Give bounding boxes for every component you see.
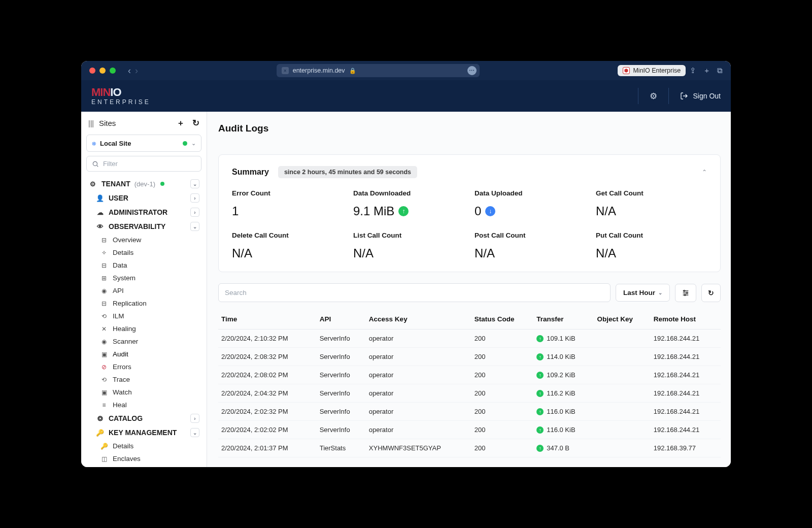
sidebar-item-enclaves[interactable]: ◫Enclaves <box>84 452 204 465</box>
metric-delete-call-count: Delete Call CountN/A <box>232 232 343 260</box>
search-icon <box>92 160 99 168</box>
upload-icon: ↑ <box>536 335 544 342</box>
collapse-icon[interactable]: ⌃ <box>702 169 707 176</box>
sidebar-item-watch[interactable]: ▣Watch <box>84 386 204 399</box>
catalog-icon: ❂ <box>95 415 105 422</box>
admin-section[interactable]: ☁ ADMINISTRATOR › <box>84 205 204 219</box>
chevron-down-icon[interactable]: ⌄ <box>190 428 199 437</box>
chevron-down-icon: ⌄ <box>658 290 662 295</box>
ilm-icon: ⟲ <box>99 313 109 320</box>
table-row[interactable]: 2/20/2024, 2:10:32 PMServerInfooperator2… <box>218 329 721 348</box>
page-title: Audit Logs <box>218 123 721 134</box>
table-row[interactable]: 2/20/2024, 2:08:32 PMServerInfooperator2… <box>218 348 721 366</box>
sidebar-item-scanner[interactable]: ◉Scanner <box>84 335 204 348</box>
sidebar-item-errors[interactable]: ⊘Errors <box>84 360 204 373</box>
sidebar-title: Sites <box>99 119 171 127</box>
table-row[interactable]: 2/20/2024, 2:02:02 PMServerInfooperator2… <box>218 421 721 439</box>
tenant-section[interactable]: ⚙ TENANT (dev-1) ⌄ <box>84 177 204 191</box>
log-section: Last Hour ⌄ ↻ TimeAPIAccess KeyStatus Co… <box>218 283 721 457</box>
refresh-icon: ↻ <box>708 289 714 297</box>
sidebar-item-healing[interactable]: ✕Healing <box>84 322 204 335</box>
sidebar-item-ilm[interactable]: ⟲ILM <box>84 310 204 322</box>
share-icon[interactable]: ⇪ <box>690 66 696 75</box>
k8s-icon: ⎈ <box>92 139 96 147</box>
audit-icon: ▣ <box>99 351 109 358</box>
time-range-select[interactable]: Last Hour ⌄ <box>616 284 670 302</box>
col-api[interactable]: API <box>317 309 366 329</box>
sidebar-item-overview[interactable]: ⊟Overview <box>84 234 204 246</box>
sidebar-item-heal[interactable]: ≡Heal <box>84 399 204 411</box>
status-dot-icon <box>183 141 187 146</box>
sidebar-item-details[interactable]: ✧Details <box>84 246 204 259</box>
upload-icon: ↑ <box>536 426 544 434</box>
key-mgmt-section[interactable]: 🔑 KEY MANAGEMENT ⌄ <box>84 425 204 440</box>
filter-settings-button[interactable] <box>675 284 696 302</box>
site-selector[interactable]: ⎈ Local Site ⌄ <box>86 135 201 152</box>
refresh-logs-button[interactable]: ↻ <box>701 284 721 302</box>
eye-icon: 👁 <box>95 223 105 230</box>
browser-tab[interactable]: ⬢ MinIO Enterprise <box>618 65 686 76</box>
chevron-right-icon[interactable]: › <box>190 208 199 217</box>
table-row[interactable]: 2/20/2024, 2:04:32 PMServerInfooperator2… <box>218 384 721 403</box>
signout-icon <box>680 92 688 100</box>
sidebar-item-details[interactable]: 🔑Details <box>84 440 204 452</box>
lock-icon: 🔒 <box>349 68 356 74</box>
table-row[interactable]: 2/20/2024, 2:02:32 PMServerInfooperator2… <box>218 403 721 421</box>
upload-icon: ↑ <box>536 445 544 452</box>
refresh-sites-icon[interactable]: ↻ <box>190 118 201 128</box>
details-icon: ✧ <box>99 249 109 256</box>
menu-icon[interactable]: ||| <box>88 119 94 127</box>
catalog-section[interactable]: ❂ CATALOG › <box>84 411 204 425</box>
new-tab-icon[interactable]: + <box>704 66 709 75</box>
window-minimize-icon[interactable] <box>99 68 106 74</box>
log-search-input[interactable] <box>218 283 611 302</box>
table-row[interactable]: 2/20/2024, 2:01:37 PMTierStatsXYHMWNF3SE… <box>218 439 721 457</box>
svg-point-0 <box>93 161 97 166</box>
filter-input[interactable] <box>103 160 196 168</box>
sidebar-item-trace[interactable]: ⟲Trace <box>84 373 204 386</box>
add-site-icon[interactable]: + <box>176 118 185 128</box>
errors-icon: ⊘ <box>99 364 109 371</box>
sidebar-item-policies[interactable]: 🛡Policies <box>84 465 204 467</box>
upload-icon: ↑ <box>536 353 544 360</box>
url-bar[interactable]: × enterprise.min.dev 🔒 ⋯ <box>277 64 480 77</box>
sidebar-item-replication[interactable]: ⊟Replication <box>84 297 204 310</box>
sidebar-item-data[interactable]: ⊟Data <box>84 259 204 272</box>
url-more-icon[interactable]: ⋯ <box>467 66 477 75</box>
table-row[interactable]: 2/20/2024, 2:08:02 PMServerInfooperator2… <box>218 366 721 384</box>
col-remote-host[interactable]: Remote Host <box>651 309 721 329</box>
replication-icon: ⊟ <box>99 300 109 307</box>
chevron-down-icon[interactable]: ⌄ <box>190 222 199 231</box>
sidebar-item-api[interactable]: ◉API <box>84 284 204 297</box>
chevron-down-icon: ⌄ <box>191 140 196 147</box>
metric-list-call-count: List Call CountN/A <box>353 232 464 260</box>
tabs-overview-icon[interactable]: ⧉ <box>717 66 723 75</box>
system-icon: ⊞ <box>99 275 109 282</box>
sidebar-item-audit[interactable]: ▣Audit <box>84 348 204 360</box>
metric-post-call-count: Post Call CountN/A <box>475 232 586 260</box>
metric-data-downloaded: Data Downloaded9.1 MiB↑ <box>353 189 464 218</box>
chevron-right-icon[interactable]: › <box>190 414 199 423</box>
sidebar-item-system[interactable]: ⊞System <box>84 272 204 284</box>
col-access-key[interactable]: Access Key <box>366 309 471 329</box>
upload-icon: ↑ <box>536 390 544 397</box>
col-status-code[interactable]: Status Code <box>471 309 533 329</box>
browser-chrome: ‹ › × enterprise.min.dev 🔒 ⋯ ⬢ MinIO Ent… <box>81 61 731 80</box>
enclaves-icon: ◫ <box>99 455 109 463</box>
observability-section[interactable]: 👁 OBSERVABILITY ⌄ <box>84 219 204 234</box>
trend-up-icon: ↑ <box>398 206 409 216</box>
filter-input-wrap[interactable] <box>86 156 201 172</box>
col-transfer[interactable]: Transfer <box>533 309 594 329</box>
user-section[interactable]: 👤 USER › <box>84 191 204 205</box>
window-close-icon[interactable] <box>89 68 95 74</box>
col-time[interactable]: Time <box>218 309 317 329</box>
site-badge-icon: × <box>282 67 289 74</box>
url-text: enterprise.min.dev <box>293 67 345 74</box>
signout-button[interactable]: Sign Out <box>680 92 721 100</box>
nav-back-icon[interactable]: ‹ <box>128 65 131 76</box>
chevron-down-icon[interactable]: ⌄ <box>190 179 199 188</box>
settings-icon[interactable]: ⚙ <box>650 91 657 102</box>
window-maximize-icon[interactable] <box>110 68 116 74</box>
chevron-right-icon[interactable]: › <box>190 193 199 203</box>
col-object-key[interactable]: Object Key <box>594 309 650 329</box>
